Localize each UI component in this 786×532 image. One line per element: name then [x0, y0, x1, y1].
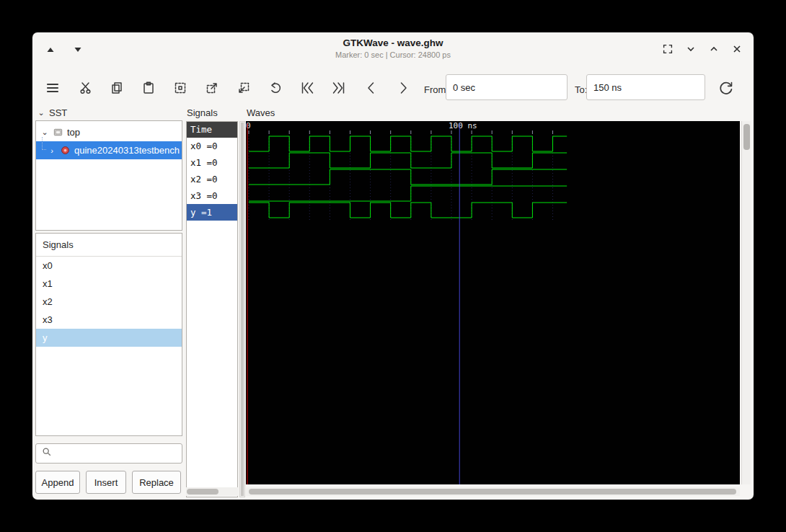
replace-button[interactable]: Replace [132, 471, 181, 494]
signal-item-x3[interactable]: x3 [36, 311, 182, 329]
expander-icon[interactable]: › [48, 146, 56, 155]
scrollbar-thumb[interactable] [249, 489, 736, 495]
module-icon [53, 127, 63, 138]
waves-frame-label: Waves [247, 107, 275, 118]
signals-list-panel: Signals x0 x1 x2 x3 y [35, 233, 182, 436]
undo-icon[interactable] [267, 79, 284, 97]
waveform-svg: 0100 ns [246, 121, 740, 484]
trace-names-panel: Time x0 =0 x1 =0 x2 =0 x3 =0 y =1 [186, 121, 238, 497]
tree-node-label: quine20240313testbench [74, 145, 180, 156]
go-start-icon[interactable] [299, 79, 316, 97]
copy-icon[interactable] [108, 79, 125, 97]
go-end-icon[interactable] [330, 79, 348, 97]
sst-header: SST [49, 107, 67, 118]
tree-node-label: top [67, 127, 80, 138]
process-icon [60, 145, 71, 156]
trace-row-x0[interactable]: x0 =0 [187, 138, 237, 154]
waveform-canvas[interactable]: 0100 ns [246, 121, 740, 484]
to-label: To: [575, 84, 587, 95]
gtkwave-window: GTKWave - wave.ghw Marker: 0 sec | Curso… [32, 32, 754, 500]
signal-item-x2[interactable]: x2 [36, 293, 182, 311]
close-icon[interactable] [729, 41, 745, 57]
signals-list-header: Signals [36, 234, 182, 257]
trace-row-y[interactable]: y =1 [187, 204, 237, 221]
sst-collapse-icon[interactable]: ⌄ [37, 108, 45, 118]
trace-row-x2[interactable]: x2 =0 [187, 171, 237, 187]
menu-icon[interactable] [44, 79, 61, 97]
minimize-icon[interactable] [683, 41, 699, 57]
scrollbar-thumb[interactable] [187, 489, 218, 495]
wave-horizontal-scrollbar[interactable] [246, 487, 740, 496]
signal-item-x0[interactable]: x0 [36, 257, 182, 275]
cut-icon[interactable] [77, 79, 94, 97]
to-input[interactable] [586, 74, 705, 100]
sst-tree: ⌄ top › quine20240313testbench [35, 120, 182, 231]
tree-node-top[interactable]: ⌄ top [36, 123, 182, 141]
signal-search [35, 443, 182, 464]
from-input[interactable] [446, 74, 568, 100]
from-label: From: [424, 84, 449, 95]
svg-text:100 ns: 100 ns [449, 121, 477, 130]
svg-text:0: 0 [246, 121, 251, 130]
names-horizontal-scrollbar[interactable] [186, 487, 239, 496]
tree-connector [42, 137, 46, 150]
toolbar: From: To: [32, 70, 754, 106]
reload-icon[interactable] [717, 79, 735, 97]
signal-item-x1[interactable]: x1 [36, 275, 182, 293]
step-forward-icon[interactable] [394, 79, 412, 97]
zoom-out-icon[interactable] [235, 79, 252, 97]
signal-item-y[interactable]: y [36, 329, 182, 347]
append-button[interactable]: Append [35, 471, 80, 494]
titlebar: GTKWave - wave.ghw Marker: 0 sec | Curso… [32, 32, 754, 66]
insert-button[interactable]: Insert [86, 471, 126, 494]
trace-names-scrollbar[interactable] [239, 121, 245, 497]
window-title: GTKWave - wave.ghw [32, 37, 754, 48]
zoom-in-icon[interactable] [203, 79, 221, 97]
expander-icon[interactable]: ⌄ [40, 128, 49, 137]
signals-frame-label: Signals [187, 107, 218, 118]
time-header[interactable]: Time [187, 122, 237, 138]
scrollbar-thumb[interactable] [743, 124, 750, 150]
trace-row-x1[interactable]: x1 =0 [187, 154, 237, 171]
step-back-icon[interactable] [363, 79, 380, 97]
tree-node-testbench[interactable]: › quine20240313testbench [36, 141, 182, 159]
maximize-icon[interactable] [706, 41, 722, 57]
zoom-fit-icon[interactable] [172, 79, 189, 97]
search-input[interactable] [56, 445, 183, 461]
paste-icon[interactable] [140, 79, 157, 97]
restore-icon[interactable] [660, 41, 676, 57]
wave-vertical-scrollbar[interactable] [741, 121, 751, 484]
trace-row-x3[interactable]: x3 =0 [187, 187, 237, 204]
search-icon [42, 447, 52, 460]
window-status: Marker: 0 sec | Cursor: 24800 ps [32, 50, 754, 59]
